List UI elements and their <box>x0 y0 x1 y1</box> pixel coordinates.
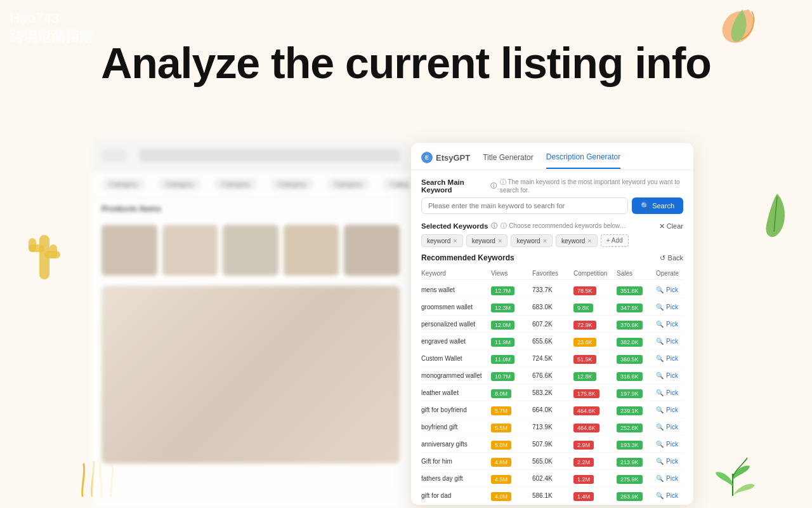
sales-cell: 252.6K <box>617 421 656 432</box>
operate-cell[interactable]: 🔍Pick <box>656 492 691 499</box>
table-row: fathers day gift4.5M602.4K1.2M275.9K🔍Pic… <box>421 470 683 487</box>
views-cell: 12.7M <box>491 284 532 295</box>
operate-cell[interactable]: 🔍Pick <box>656 475 691 482</box>
svg-rect-2 <box>29 244 44 252</box>
sales-cell: 351.6K <box>617 284 656 295</box>
operate-cell[interactable]: 🔍Pick <box>656 372 691 379</box>
keywords-table: KeywordViewsFavoritesCompetitionSalesOpe… <box>421 267 683 502</box>
operate-cell[interactable]: 🔍Pick <box>656 286 691 293</box>
search-keyword-label: Search Main Keyword ⓘ ⓘ The main keyword… <box>421 178 683 194</box>
svg-rect-5 <box>49 244 57 258</box>
search-info-icon: ⓘ <box>490 182 497 190</box>
favorites-cell: 676.6K <box>532 372 573 379</box>
add-keyword-input[interactable]: + Add <box>601 234 629 247</box>
keyword-cell: mens wallet <box>421 286 491 293</box>
keyword-tag[interactable]: keyword× <box>556 234 598 247</box>
pick-label[interactable]: Pick <box>666 458 678 465</box>
table-col-header: Keyword <box>421 270 491 277</box>
search-operate-icon: 🔍 <box>656 441 664 448</box>
views-cell: 4.0M <box>491 490 532 501</box>
tab-title-generator[interactable]: Title Generator <box>483 153 534 168</box>
remove-keyword-icon[interactable]: × <box>498 237 502 244</box>
search-operate-icon: 🔍 <box>656 406 664 413</box>
table-body: mens wallet12.7M733.7K78.5K351.6K🔍Pickgr… <box>421 281 683 502</box>
back-button[interactable]: ↺ Back <box>660 254 683 262</box>
keyword-cell: engraved wallet <box>421 338 491 345</box>
pick-label[interactable]: Pick <box>666 321 678 328</box>
competition-cell: 464.6K <box>573 421 617 432</box>
pick-label[interactable]: Pick <box>666 338 678 345</box>
operate-cell[interactable]: 🔍Pick <box>656 355 691 362</box>
sales-cell: 213.9K <box>617 455 656 467</box>
search-operate-icon: 🔍 <box>656 475 664 482</box>
operate-cell[interactable]: 🔍Pick <box>656 406 691 413</box>
table-col-header: Views <box>491 270 532 277</box>
table-header: KeywordViewsFavoritesCompetitionSalesOpe… <box>421 267 683 280</box>
operate-cell[interactable]: 🔍Pick <box>656 441 691 448</box>
pick-label[interactable]: Pick <box>666 355 678 362</box>
pick-label[interactable]: Pick <box>666 441 678 448</box>
pick-label[interactable]: Pick <box>666 304 678 311</box>
search-input[interactable] <box>421 197 628 214</box>
table-row: gift for boyfriend5.7M664.0K464.6K239.1K… <box>421 401 683 418</box>
pick-label[interactable]: Pick <box>666 372 678 379</box>
competition-cell: 464.6K <box>573 404 617 415</box>
operate-cell[interactable]: 🔍Pick <box>656 304 691 311</box>
pick-label[interactable]: Pick <box>666 492 678 499</box>
deco-leaf-right <box>761 190 793 244</box>
search-row: 🔍 Search <box>421 197 683 214</box>
views-cell: 4.6M <box>491 455 532 467</box>
table-row: personalized wallet12.0M607.2K72.9K370.6… <box>421 316 683 333</box>
table-row: Custom Wallet11.0M724.5K51.5K360.5K🔍Pick <box>421 350 683 367</box>
keyword-tag[interactable]: keyword× <box>421 234 463 247</box>
sales-cell: 347.6K <box>617 301 656 312</box>
tool-panel: E EtsyGPT Title Generator Description Ge… <box>411 143 693 505</box>
favorites-cell: 713.9K <box>532 424 573 431</box>
panel-content: Search Main Keyword ⓘ ⓘ The main keyword… <box>411 170 693 502</box>
tab-etsy-gpt[interactable]: E EtsyGPT <box>421 152 470 170</box>
table-row: leather wallet8.0M583.2K175.8K197.9K🔍Pic… <box>421 384 683 401</box>
favorites-cell: 586.1K <box>532 492 573 499</box>
remove-keyword-icon[interactable]: × <box>543 237 547 244</box>
search-operate-icon: 🔍 <box>656 355 664 362</box>
views-cell: 8.0M <box>491 387 532 398</box>
remove-keyword-icon[interactable]: × <box>587 237 591 244</box>
views-cell: 11.9M <box>491 335 532 347</box>
views-cell: 5.0M <box>491 438 532 450</box>
keyword-cell: gift for dad <box>421 492 491 499</box>
keyword-cell: monogrammed wallet <box>421 372 491 379</box>
left-panel-preview: Category Category Category Category Cate… <box>92 140 409 508</box>
sales-cell: 263.9K <box>617 490 656 501</box>
operate-cell[interactable]: 🔍Pick <box>656 424 691 431</box>
search-operate-icon: 🔍 <box>656 304 664 311</box>
pick-label[interactable]: Pick <box>666 406 678 413</box>
favorites-cell: 602.4K <box>532 475 573 482</box>
sales-cell: 239.1K <box>617 404 656 415</box>
operate-cell[interactable]: 🔍Pick <box>656 389 691 396</box>
competition-cell: 1.2M <box>573 472 617 484</box>
clear-button[interactable]: ✕ Clear <box>659 222 683 231</box>
remove-keyword-icon[interactable]: × <box>453 237 457 244</box>
search-operate-icon: 🔍 <box>656 338 664 345</box>
operate-cell[interactable]: 🔍Pick <box>656 321 691 328</box>
pick-label[interactable]: Pick <box>666 424 678 431</box>
search-button[interactable]: 🔍 Search <box>632 197 683 214</box>
selected-keywords-header: Selected Keywords ⓘ ⓘ Choose recommended… <box>421 222 683 231</box>
search-operate-icon: 🔍 <box>656 321 664 328</box>
keyword-tag[interactable]: keyword× <box>511 234 553 247</box>
competition-cell: 23.6K <box>573 335 617 347</box>
pick-label[interactable]: Pick <box>666 286 678 293</box>
keyword-tag[interactable]: keyword× <box>466 234 508 247</box>
table-row: boyfriend gift5.5M713.9K464.6K252.6K🔍Pic… <box>421 418 683 436</box>
sales-cell: 193.3K <box>617 438 656 450</box>
operate-cell[interactable]: 🔍Pick <box>656 338 691 345</box>
pick-label[interactable]: Pick <box>666 389 678 396</box>
tab-description-generator[interactable]: Description Generator <box>546 152 620 169</box>
operate-cell[interactable]: 🔍Pick <box>656 458 691 465</box>
recommended-title: Recommended Keywords <box>421 253 514 262</box>
views-cell: 10.7M <box>491 370 532 381</box>
views-cell: 12.3M <box>491 301 532 312</box>
pick-label[interactable]: Pick <box>666 475 678 482</box>
keyword-cell: leather wallet <box>421 389 491 396</box>
keywords-row: keyword×keyword×keyword×keyword×+ Add <box>421 234 683 247</box>
